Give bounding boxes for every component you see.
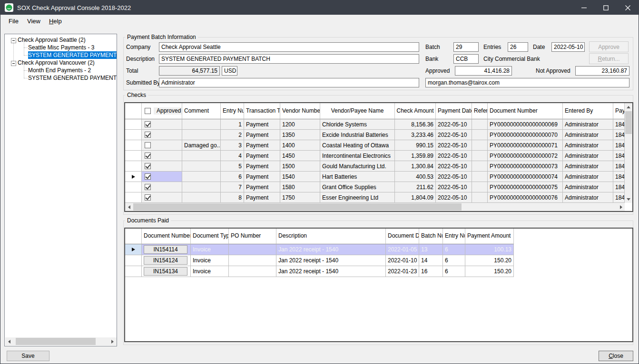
document-number-button[interactable]: IN154134: [144, 267, 187, 276]
close-button[interactable]: Close: [599, 351, 633, 361]
comment-cell[interactable]: [182, 130, 221, 140]
transaction-type-cell[interactable]: Payment: [244, 182, 280, 192]
entry-number-cell[interactable]: 1: [221, 119, 244, 130]
approved-checkbox[interactable]: [145, 163, 151, 169]
entered-by-cell[interactable]: Administrator: [563, 161, 613, 172]
company-field[interactable]: Check Approval Seattle: [159, 42, 419, 52]
document-date-cell[interactable]: 2022-01-10: [386, 255, 419, 266]
comment-cell[interactable]: [182, 161, 221, 172]
row-header[interactable]: [125, 266, 142, 277]
approved-checkbox[interactable]: [145, 184, 151, 190]
document-number-cell[interactable]: PY0000000000000000072: [488, 151, 563, 161]
scroll-up-button[interactable]: [625, 103, 632, 111]
comment-cell[interactable]: [182, 151, 221, 161]
document-date-cell[interactable]: 2022-01-23: [386, 266, 419, 277]
comment-cell[interactable]: [182, 119, 221, 130]
approved-checkbox[interactable]: [145, 173, 151, 180]
transaction-type-cell[interactable]: Payment: [244, 130, 280, 140]
entry-number-cell[interactable]: 5: [221, 161, 244, 172]
approved-checkbox[interactable]: [145, 194, 151, 201]
payment-amount-cell[interactable]: 150.20: [465, 266, 514, 277]
approved-cell[interactable]: [142, 192, 182, 203]
check-amount-cell[interactable]: 400.53: [395, 172, 436, 182]
check-amount-cell[interactable]: 1,300.84: [395, 161, 436, 172]
payment-date-cell[interactable]: 2022-05-10: [436, 161, 472, 172]
vendor-name-cell[interactable]: Coastal Heating of Ottawa: [320, 140, 395, 151]
payment-number-cell[interactable]: 184: [613, 192, 625, 203]
return-button[interactable]: Return...: [589, 53, 629, 64]
entry-number-cell[interactable]: 4: [221, 151, 244, 161]
reference-cell[interactable]: [472, 130, 488, 140]
payment-number-cell[interactable]: 184: [613, 130, 625, 140]
scroll-right-button[interactable]: [108, 337, 117, 345]
comment-cell[interactable]: Damaged go...: [182, 140, 221, 151]
vendor-number-cell[interactable]: 1540: [280, 172, 320, 182]
document-type-cell[interactable]: Invoice: [191, 244, 229, 255]
description-cell[interactable]: Jan 2022 receipt - 1540: [276, 255, 386, 266]
scrollbar-thumb[interactable]: [133, 203, 462, 211]
row-header[interactable]: [125, 192, 142, 203]
check-amount-cell[interactable]: 3,233.46: [395, 130, 436, 140]
document-date-cell[interactable]: 2022-01-05: [386, 244, 419, 255]
reference-cell[interactable]: [472, 182, 488, 192]
submitter-email-field[interactable]: morgan.thomas@tairox.com: [425, 78, 629, 87]
vendor-name-cell[interactable]: Excide Industrial Batteries: [320, 130, 395, 140]
entered-by-cell[interactable]: Administrator: [563, 140, 613, 151]
reference-cell[interactable]: [472, 140, 488, 151]
payment-number-cell[interactable]: 184: [613, 151, 625, 161]
scrollbar-thumb[interactable]: [625, 111, 632, 134]
vendor-name-cell[interactable]: Grant Office Supplies: [320, 182, 395, 192]
batch-number-cell[interactable]: 13: [419, 244, 443, 255]
scroll-down-button[interactable]: [625, 195, 632, 203]
transaction-type-cell[interactable]: Payment: [244, 192, 280, 203]
column-header-approved[interactable]: Approved: [142, 103, 182, 119]
reference-cell[interactable]: [472, 119, 488, 130]
comment-cell[interactable]: [182, 182, 221, 192]
approved-cell[interactable]: [142, 151, 182, 161]
tree-node-batch[interactable]: Seattle Misc Payments - 3: [28, 44, 116, 51]
document-type-cell[interactable]: Invoice: [191, 255, 229, 266]
menu-view[interactable]: View: [23, 16, 45, 27]
vendor-number-cell[interactable]: 1500: [280, 161, 320, 172]
row-header[interactable]: [125, 161, 142, 172]
payment-date-cell[interactable]: 2022-05-10: [436, 151, 472, 161]
approved-cell[interactable]: [142, 161, 182, 172]
description-cell[interactable]: Jan 2022 receipt - 1540: [276, 244, 386, 255]
save-button[interactable]: Save: [7, 351, 49, 361]
reference-cell[interactable]: [472, 151, 488, 161]
minimize-button[interactable]: [573, 0, 595, 15]
approved-checkbox[interactable]: [145, 142, 151, 148]
select-all-checkbox[interactable]: [145, 108, 151, 114]
close-window-button[interactable]: [617, 0, 639, 15]
approved-cell[interactable]: [142, 119, 182, 130]
entry-number-cell[interactable]: 7: [221, 182, 244, 192]
checks-vertical-scrollbar[interactable]: [625, 103, 632, 203]
payment-number-cell[interactable]: 184: [613, 161, 625, 172]
document-number-cell[interactable]: PY0000000000000000069: [488, 119, 563, 130]
entry-number-cell[interactable]: 6: [443, 255, 465, 266]
entry-number-cell[interactable]: 6: [443, 244, 465, 255]
row-header[interactable]: [125, 151, 142, 161]
approved-checkbox[interactable]: [145, 132, 151, 138]
batch-number-field[interactable]: 29: [453, 42, 479, 52]
current-row-header[interactable]: [125, 172, 142, 182]
currency-field[interactable]: USD: [222, 66, 237, 76]
transaction-type-cell[interactable]: Payment: [244, 161, 280, 172]
current-row-header[interactable]: [125, 244, 142, 255]
scroll-left-button[interactable]: [125, 203, 133, 211]
vendor-number-cell[interactable]: 1750: [280, 192, 320, 203]
batch-number-cell[interactable]: 14: [419, 255, 443, 266]
check-amount-cell[interactable]: 1,804.09: [395, 192, 436, 203]
entered-by-cell[interactable]: Administrator: [563, 172, 613, 182]
row-header[interactable]: [125, 140, 142, 151]
approved-cell[interactable]: [142, 130, 182, 140]
row-header[interactable]: [125, 182, 142, 192]
transaction-type-cell[interactable]: Payment: [244, 172, 280, 182]
po-number-cell[interactable]: [229, 244, 276, 255]
batch-number-cell[interactable]: 16: [419, 266, 443, 277]
approved-checkbox[interactable]: [145, 153, 151, 159]
payment-number-cell[interactable]: 184: [613, 182, 625, 192]
batch-date-field[interactable]: 2022-05-10: [551, 42, 585, 52]
check-amount-cell[interactable]: 1,359.89: [395, 151, 436, 161]
tree-node-company[interactable]: Check Approval Seattle (2): [18, 36, 116, 44]
